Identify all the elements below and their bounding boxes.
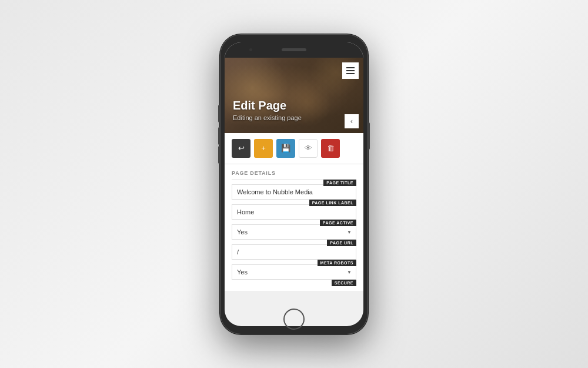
page-title-field-wrapper: PAGE TITLE xyxy=(232,184,356,200)
phone-screen: ‹ Edit Page Editing an existing page ↩ xyxy=(225,42,363,326)
page-url-input[interactable] xyxy=(232,244,356,260)
delete-button[interactable]: 🗑 xyxy=(321,139,340,158)
page-title-input[interactable] xyxy=(232,184,356,200)
plus-icon: + xyxy=(261,144,266,152)
page-link-label-input[interactable] xyxy=(232,204,356,220)
form-area: Page Details PAGE TITLE PAGE LINK LABEL xyxy=(225,164,363,291)
home-button[interactable] xyxy=(283,309,305,330)
screen-content: ‹ Edit Page Editing an existing page ↩ xyxy=(225,58,363,291)
main-content: ‹ Edit Page Editing an existing page ↩ xyxy=(225,58,363,291)
hero-text-block: Edit Page Editing an existing page xyxy=(233,99,302,121)
page-subtitle: Editing an existing page xyxy=(233,114,302,121)
trash-icon: 🗑 xyxy=(327,144,335,152)
phone-top-bar xyxy=(225,42,363,58)
page-title-tag: PAGE TITLE xyxy=(323,180,356,186)
menu-button[interactable] xyxy=(342,62,359,79)
speaker xyxy=(282,48,306,51)
add-button[interactable]: + xyxy=(254,139,273,158)
page-active-select-wrapper: Yes No ▼ xyxy=(232,224,356,240)
page-active-field-wrapper: PAGE ACTIVE Yes No ▼ xyxy=(232,224,356,240)
page-active-tag: PAGE ACTIVE xyxy=(320,220,356,226)
secure-tag: SECURE xyxy=(332,280,356,286)
page-title: Edit Page xyxy=(233,99,302,112)
hero-section: ‹ Edit Page Editing an existing page xyxy=(225,58,363,133)
preview-button[interactable]: 👁 xyxy=(299,139,318,158)
page-active-select[interactable]: Yes No xyxy=(232,224,356,240)
undo-icon: ↩ xyxy=(238,144,245,152)
meta-robots-select-wrapper: Yes No ▼ xyxy=(232,264,356,280)
camera-dot xyxy=(249,48,252,51)
section-label: Page Details xyxy=(232,170,356,180)
back-button[interactable]: ↩ xyxy=(232,139,250,158)
phone-device: ‹ Edit Page Editing an existing page ↩ xyxy=(220,34,368,334)
back-arrow-button[interactable]: ‹ xyxy=(345,114,359,128)
hamburger-icon xyxy=(346,67,355,74)
page-link-label-field-wrapper: PAGE LINK LABEL xyxy=(232,204,356,220)
phone-body: ‹ Edit Page Editing an existing page ↩ xyxy=(220,34,368,334)
save-icon: 💾 xyxy=(281,144,290,152)
save-button[interactable]: 💾 xyxy=(276,139,295,158)
eye-icon: 👁 xyxy=(305,144,312,152)
page-url-tag: PAGE URL xyxy=(327,240,356,246)
meta-robots-field-wrapper: META ROBOTS Yes No ▼ xyxy=(232,264,356,280)
action-toolbar: ↩ + 💾 👁 🗑 xyxy=(225,133,363,164)
chevron-left-icon: ‹ xyxy=(350,117,353,125)
page-url-field-wrapper: PAGE URL xyxy=(232,244,356,260)
meta-robots-tag: META ROBOTS xyxy=(318,260,356,266)
meta-robots-select[interactable]: Yes No xyxy=(232,264,356,280)
page-link-label-tag: PAGE LINK LABEL xyxy=(309,200,356,206)
